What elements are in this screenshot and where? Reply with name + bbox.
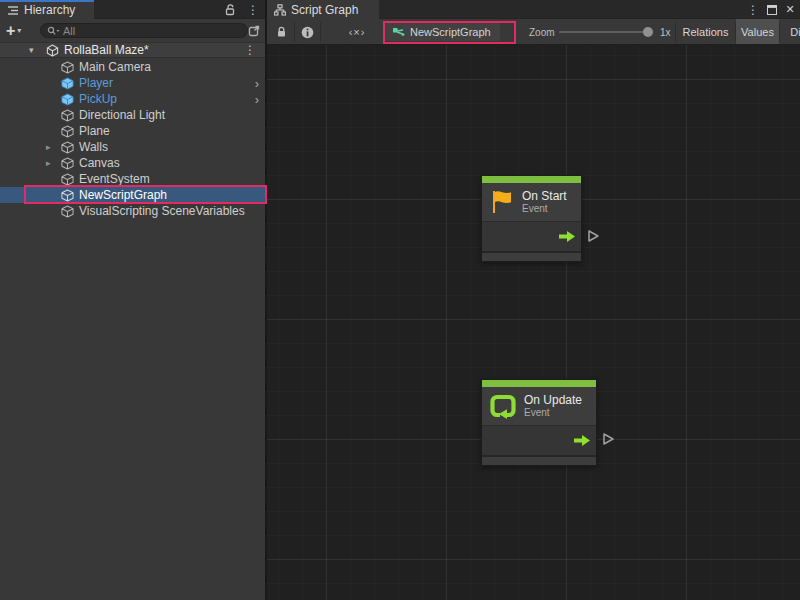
gameobject-cube-icon xyxy=(61,61,74,74)
maximize-icon[interactable] xyxy=(763,0,781,19)
dim-button[interactable]: Dim xyxy=(780,19,800,45)
graph-toolbar: ‹×› NewScriptGraph Zoom 1x Relations Val… xyxy=(267,19,800,45)
graph-breadcrumb-button[interactable]: NewScriptGraph xyxy=(385,23,500,41)
flow-output-port-icon[interactable] xyxy=(559,231,575,242)
scene-header[interactable]: ▾ RollaBall Maze* ⋮ xyxy=(0,42,265,58)
open-search-window-icon[interactable] xyxy=(248,24,261,37)
dropdown-caret-icon: ▾ xyxy=(17,26,21,35)
focused-tab-accent xyxy=(0,0,94,2)
zoom-slider-handle[interactable] xyxy=(643,27,653,37)
prefab-cube-icon xyxy=(61,77,74,90)
node-subtitle: Event xyxy=(524,407,582,419)
close-icon[interactable]: ✕ xyxy=(781,0,799,19)
search-placeholder: All xyxy=(63,25,75,37)
node-on-update[interactable]: On Update Event xyxy=(481,379,597,466)
graph-window-menu-icon[interactable]: ⋮ xyxy=(744,0,762,19)
lock-icon[interactable] xyxy=(269,19,293,45)
zoom-label: Zoom xyxy=(529,27,555,38)
gameobject-cube-icon xyxy=(61,205,74,218)
foldout-collapsed-icon[interactable]: ▸ xyxy=(46,158,51,168)
loop-icon xyxy=(490,393,516,419)
variables-toggle-icon[interactable]: ‹×› xyxy=(339,19,375,45)
list-item-newscriptgraph[interactable]: NewScriptGraph xyxy=(0,187,265,203)
script-graph-asset-icon xyxy=(392,26,405,39)
gameobject-cube-icon xyxy=(61,189,74,202)
relations-button[interactable]: Relations xyxy=(676,19,735,45)
create-object-button[interactable]: + ▾ xyxy=(6,23,21,39)
hierarchy-panel: Hierarchy ⋮ + ▾ All xyxy=(0,0,265,600)
graph-canvas[interactable]: On Start Event xyxy=(267,45,800,600)
unity-scene-icon xyxy=(46,44,59,57)
hierarchy-list: Main Camera Player › PickUp › Directiona… xyxy=(0,59,265,219)
hierarchy-tab-label: Hierarchy xyxy=(24,3,75,17)
hierarchy-tab-icon xyxy=(7,4,19,16)
graph-tab-label: Script Graph xyxy=(291,3,358,17)
tab-hierarchy[interactable]: Hierarchy xyxy=(0,0,94,19)
list-item-pickup[interactable]: PickUp › xyxy=(0,91,265,107)
scene-name: RollaBall Maze* xyxy=(64,43,149,57)
breadcrumb-label: NewScriptGraph xyxy=(410,26,491,38)
node-port-row xyxy=(482,425,596,455)
list-item-canvas[interactable]: ▸ Canvas xyxy=(0,155,265,171)
list-item-player[interactable]: Player › xyxy=(0,75,265,91)
hierarchy-toolbar: + ▾ All xyxy=(0,19,265,42)
gameobject-cube-icon xyxy=(61,173,74,186)
zoom-value: 1x xyxy=(660,27,671,38)
gameobject-cube-icon xyxy=(61,109,74,122)
list-item-walls[interactable]: ▸ Walls xyxy=(0,139,265,155)
values-button[interactable]: Values xyxy=(736,19,779,45)
list-item-main-camera[interactable]: Main Camera xyxy=(0,59,265,75)
info-icon[interactable] xyxy=(295,19,319,45)
node-subtitle: Event xyxy=(522,203,567,215)
foldout-collapsed-icon[interactable]: ▸ xyxy=(46,142,51,152)
node-footer xyxy=(482,251,581,261)
prefab-cube-icon xyxy=(61,93,74,106)
scene-foldout-icon[interactable]: ▾ xyxy=(29,45,34,55)
prefab-open-chevron-icon[interactable]: › xyxy=(255,77,259,90)
list-item-visualscripting-scenevariables[interactable]: VisualScripting SceneVariables xyxy=(0,203,265,219)
connection-triangle-icon[interactable] xyxy=(587,229,600,243)
node-on-start[interactable]: On Start Event xyxy=(481,175,582,262)
unlock-icon[interactable] xyxy=(225,4,236,16)
hierarchy-menu-icon[interactable]: ⋮ xyxy=(247,4,259,16)
gameobject-cube-icon xyxy=(61,125,74,138)
flow-output-port-icon[interactable] xyxy=(574,435,590,446)
list-item-eventsystem[interactable]: EventSystem xyxy=(0,171,265,187)
node-accent-bar xyxy=(482,380,596,387)
hierarchy-search-input[interactable]: All xyxy=(40,23,248,38)
zoom-slider[interactable] xyxy=(559,31,649,33)
node-port-row xyxy=(482,221,581,251)
unity-editor-window: Hierarchy ⋮ + ▾ All xyxy=(0,0,800,600)
node-footer xyxy=(482,455,596,465)
prefab-open-chevron-icon[interactable]: › xyxy=(255,93,259,106)
graph-tab-icon xyxy=(274,4,286,16)
node-title: On Update xyxy=(524,393,582,407)
scene-menu-icon[interactable]: ⋮ xyxy=(244,44,256,56)
node-accent-bar xyxy=(482,176,581,183)
node-title: On Start xyxy=(522,189,567,203)
gameobject-cube-icon xyxy=(61,141,74,154)
graph-tab-bar: Script Graph ⋮ ✕ xyxy=(267,0,800,19)
script-graph-panel: Script Graph ⋮ ✕ ‹×› xyxy=(267,0,800,600)
list-item-directional-light[interactable]: Directional Light xyxy=(0,107,265,123)
hierarchy-tab-bar: Hierarchy ⋮ xyxy=(0,0,265,19)
flag-icon xyxy=(490,189,514,215)
plus-icon: + xyxy=(6,23,15,39)
connection-triangle-icon[interactable] xyxy=(602,432,615,446)
list-item-plane[interactable]: Plane xyxy=(0,123,265,139)
search-icon xyxy=(47,26,60,36)
gameobject-cube-icon xyxy=(61,157,74,170)
tab-script-graph[interactable]: Script Graph xyxy=(267,0,379,19)
